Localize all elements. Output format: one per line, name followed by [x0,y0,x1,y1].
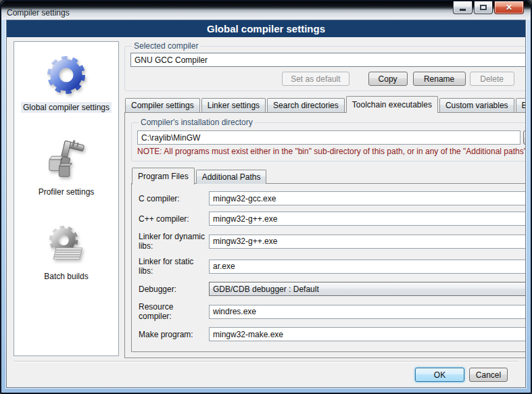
sidebar-item-profiler-settings[interactable]: Profiler settings [37,137,97,197]
window-title: Compiler settings [7,8,70,18]
installation-directory-input[interactable] [137,130,521,145]
subtab-program-files[interactable]: Program Files [132,168,195,184]
sidebar-item-batch-builds[interactable]: Batch builds [42,222,90,282]
form-row: C compiler: ... [139,191,526,205]
debugger-select-value: GDB/CDB debugger : Default [213,285,319,294]
tab-compiler-settings[interactable]: Compiler settings [125,98,200,112]
make-program-label: Make program: [139,330,206,339]
copy-button[interactable]: Copy [368,72,408,86]
form-row: C++ compiler: ... [139,212,526,226]
form-row: Linker for dynamic libs: ... [139,232,526,251]
debugger-label: Debugger: [139,285,206,294]
close-icon: ✕ [506,3,512,12]
main-panel: Selected compiler GNU GCC Compiler Set a… [124,41,526,356]
tab-toolchain-executables[interactable]: Toolchain executables [346,96,438,113]
caliper-icon [44,137,89,182]
caption-buttons: ✕ [453,1,524,14]
compiler-select[interactable]: GNU GCC Compiler [130,53,526,67]
form-row: Linker for static libs: ... [139,257,526,276]
close-button[interactable]: ✕ [494,1,524,14]
minimize-icon [460,9,466,11]
program-files-panel: C compiler: ... C++ compiler: [131,183,526,352]
installation-directory-browse-button[interactable]: ... [523,130,526,145]
compiler-select-value: GNU GCC Compiler [135,55,208,65]
dialog-body: Global compiler settings [7,37,525,387]
installation-directory-legend: Compiler's installation directory [139,118,255,127]
rename-button[interactable]: Rename [413,72,466,86]
delete-button[interactable]: Delete [470,72,514,86]
sidebar-item-label: Batch builds [42,271,90,282]
cpp-compiler-input[interactable] [209,212,526,226]
gray-gear-stack-icon [44,222,89,266]
maximize-button[interactable] [474,1,493,14]
tab-custom-variables[interactable]: Custom variables [439,98,514,112]
make-program-input[interactable] [209,327,526,341]
form-row: Debugger: GDB/CDB debugger : Default [139,282,526,296]
program-subtabs: Program Files Additional Paths [131,168,526,184]
debugger-select[interactable]: GDB/CDB debugger : Default [209,282,526,296]
minimize-button[interactable] [453,1,473,14]
static-linker-label: Linker for static libs: [139,257,206,276]
static-linker-input[interactable] [209,260,526,274]
subtab-additional-paths[interactable]: Additional Paths [196,170,267,184]
maximize-icon [480,5,487,10]
bin-subdirectory-note: NOTE: All programs must exist either in … [137,147,526,156]
tab-build-options[interactable]: Build options [516,98,526,112]
titlebar: Compiler settings ✕ [1,1,531,20]
installation-directory-group: Compiler's installation directory ... Au… [131,118,526,162]
sidebar-item-label: Global compiler settings [21,102,112,113]
footer: OK Cancel [14,368,518,382]
dynamic-linker-input[interactable] [209,235,526,249]
cancel-button[interactable]: Cancel [469,368,508,382]
compiler-tabs: Compiler settings Linker settings Search… [124,96,526,112]
resource-compiler-label: Resource compiler: [139,302,206,321]
blue-gear-icon [44,53,89,97]
selected-compiler-legend: Selected compiler [132,41,200,51]
settings-category-list: Global compiler settings [14,41,119,356]
footer-divider [14,361,518,362]
cpp-compiler-label: C++ compiler: [139,214,206,224]
c-compiler-input[interactable] [209,191,526,205]
toolchain-executables-panel: Compiler's installation directory ... Au… [124,112,526,358]
c-compiler-label: C compiler: [139,194,206,203]
form-row: Make program: ... [139,327,526,341]
resource-compiler-input[interactable] [209,305,526,319]
dynamic-linker-label: Linker for dynamic libs: [139,232,206,251]
sidebar-item-label: Profiler settings [37,187,97,197]
selected-compiler-group: Selected compiler GNU GCC Compiler Set a… [124,41,526,91]
form-row: Resource compiler: ... [139,302,526,321]
compiler-settings-window: Compiler settings ✕ Global compiler sett… [0,0,532,394]
page-title: Global compiler settings [7,20,525,37]
sidebar-item-global-compiler-settings[interactable]: Global compiler settings [21,53,112,113]
ok-button[interactable]: OK [415,368,464,382]
tab-linker-settings[interactable]: Linker settings [201,98,266,112]
set-as-default-button[interactable]: Set as default [282,72,349,86]
tab-search-directories[interactable]: Search directories [267,98,345,112]
dialog-client-area: Global compiler settings [6,20,526,388]
